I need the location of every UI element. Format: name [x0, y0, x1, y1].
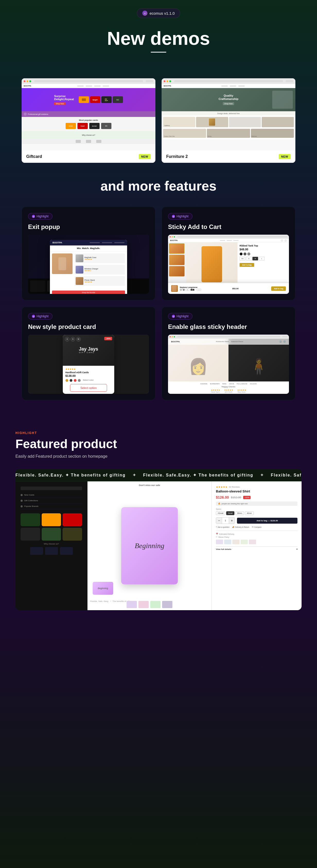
- sticky-cart-bar: Neptune Longsleeve XL M | 1 $52.00: [168, 283, 289, 294]
- fmr-stars: ★★★★★: [216, 486, 227, 488]
- glass-nav: BOOTPA Accessories Status Statement Piec…: [168, 339, 289, 345]
- giftcard-screenshot: BOOTPA SurpriseDelight.Repeat Shop Now: [22, 78, 155, 150]
- pcm-color-3[interactable]: [74, 379, 77, 382]
- fm-mini-card-6: [63, 528, 82, 540]
- fmr-qty-row: − 1 + Add to bag — $126.00: [216, 517, 297, 524]
- fmr-sale-tag: -20%: [243, 496, 251, 499]
- pcm-color-row: Select color: [65, 379, 112, 382]
- epm-prod-name-3: Phone Stand: [84, 279, 95, 281]
- feature-product-card[interactable]: e Highlight New style product card Jay J…: [22, 307, 155, 400]
- pay-icon-5: [249, 539, 256, 544]
- fmr-ask-link[interactable]: ? Ask a question: [216, 526, 230, 528]
- qty-plus-btn[interactable]: +: [229, 518, 235, 524]
- product-card-title: New style product card: [28, 323, 149, 331]
- glass-logo: BOOTPA: [171, 341, 180, 343]
- brand-burberry: BURBERRY: [210, 383, 220, 384]
- brand-crcn: CRCN: [229, 383, 234, 384]
- hero-section: New demos: [0, 23, 317, 78]
- pcm-color-4[interactable]: [78, 379, 81, 382]
- epm-cta-btn[interactable]: Shop the Bundle: [52, 290, 125, 294]
- pcm-size-m[interactable]: M: [76, 337, 81, 342]
- return-icon: ↩: [216, 536, 217, 538]
- epm-prod-img-3: [76, 277, 83, 285]
- dot-green: [29, 80, 31, 82]
- sticky-add-btn[interactable]: Add to bag: [240, 263, 254, 267]
- feature-exit-popup[interactable]: e Highlight Exit popup: [22, 207, 155, 300]
- brand-suense: SUENSE: [201, 383, 208, 384]
- demo-card-furniture[interactable]: BOOTPA QualityCraftsmanship Shop Now: [162, 78, 295, 163]
- pcm-card: Jay Jays Gift Card -20% X S M ★★★★★ Hard…: [63, 335, 114, 394]
- product-card-screenshot: Jay Jays Gift Card -20% X S M ★★★★★ Hard…: [28, 335, 149, 394]
- pcm-size-x[interactable]: X: [65, 337, 69, 342]
- fmr-guarantee-1: 📅 Estimated Delivery: [216, 533, 297, 535]
- exit-popup-screenshot: BOOTPA Mix. Match. MagSafe.: [28, 235, 149, 294]
- star-name-2: John Smith: [224, 391, 233, 393]
- glass-search-icon[interactable]: 🔍: [279, 340, 282, 343]
- exit-popup-modal: BOOTPA Mix. Match. MagSafe.: [50, 240, 127, 294]
- calendar-icon: 📅: [216, 533, 218, 535]
- fm-ticker-content: Flexible. Safe.Easy. ✦ The benefits of g…: [15, 473, 302, 477]
- giftcard-why: Why choose us?: [22, 131, 155, 139]
- fmr-add-btn[interactable]: Add to bag — $126.00: [237, 518, 297, 524]
- giftcard-label: Giftcard: [26, 154, 42, 159]
- fm-nav-items: New Cards Gift Collections Popular Brand…: [21, 492, 82, 509]
- pcm-color-1[interactable]: [65, 379, 68, 382]
- feature-glass-header[interactable]: e Highlight Enable glass sticky header 👩: [162, 307, 295, 400]
- epm-product-2: Wireless Charger ★★★★☆: [75, 265, 125, 275]
- highlight-icon-sticky: e: [172, 215, 175, 218]
- fmr-size-40mm[interactable]: 40mm: [245, 511, 253, 515]
- qty-value: 1: [222, 518, 229, 524]
- product-card-mock: Jay Jays Gift Card -20% X S M ★★★★★ Hard…: [28, 335, 149, 394]
- qty-minus-btn[interactable]: −: [216, 518, 222, 524]
- fmr-orig-price: $152.00: [231, 496, 241, 499]
- fmr-full-details[interactable]: View full details ▾: [216, 546, 297, 551]
- sticky-bar-add-btn[interactable]: Add to bag: [271, 286, 286, 291]
- sticky-bar-price: $52.00: [232, 287, 239, 290]
- fm-mini-thumb-2: [138, 601, 149, 608]
- furniture-label: Furniture 2: [166, 154, 188, 159]
- epm-stars-3: ★★★★★: [84, 281, 95, 283]
- epm-header: BOOTPA: [50, 240, 127, 245]
- furniture-screenshot: BOOTPA QualityCraftsmanship Shop Now: [162, 78, 295, 150]
- epm-product-3: Phone Stand ★★★★★: [75, 276, 125, 286]
- pcm-price: $138.00: [65, 374, 112, 377]
- fmr-delivery-link[interactable]: 🚚 Delivery & Return: [232, 526, 249, 528]
- sticky-product-title: Ribbed Tank Top: [240, 244, 287, 247]
- highlight-badge-sticky: e Highlight: [168, 213, 192, 220]
- pcm-gift-label: Gift Card: [79, 351, 98, 354]
- glass-cart-icon[interactable]: 🛒: [283, 340, 286, 343]
- feature-sticky-cart[interactable]: e Highlight Sticky Add to Cart BOOTPA: [162, 207, 295, 300]
- pay-icon-3: [232, 539, 240, 544]
- fm-center: Don't miss our sale Beginning Beginning …: [87, 482, 212, 610]
- fmr-size-xsmall[interactable]: XSmall: [216, 511, 225, 515]
- pcm-brand: Jay Jays: [79, 347, 98, 351]
- brand-nike: NIKE: [222, 383, 226, 384]
- epm-stars-1: ★★★★★: [84, 258, 96, 260]
- fm-left-sidebar: New Cards Gift Collections Popular Brand…: [15, 482, 87, 610]
- fmr-product-title: Balloon-sleeved Shirt: [216, 489, 297, 494]
- featured-title: Featured product: [15, 437, 302, 451]
- furniture-browser-mock: BOOTPA QualityCraftsmanship Shop Now: [162, 78, 295, 150]
- question-icon: ?: [216, 526, 217, 528]
- demo-card-giftcard[interactable]: BOOTPA SurpriseDelight.Repeat Shop Now: [22, 78, 155, 163]
- fm-mini-card-5: [42, 528, 61, 540]
- dot-yellow: [27, 80, 28, 82]
- pcm-color-2[interactable]: [69, 379, 73, 382]
- giftcard-popular: Most popular cards amzn target jay jays …: [22, 117, 155, 131]
- sticky-cart-screenshot: BOOTPA: [168, 235, 289, 294]
- fm-why-text: Why choose us?: [21, 543, 82, 545]
- pcm-size-s[interactable]: S: [71, 337, 75, 342]
- exit-popup-title: Exit popup: [28, 223, 149, 230]
- fmr-size-small[interactable]: Small: [226, 511, 235, 515]
- fm-right-panel: ★★★★★ 62 Reviews Balloon-sleeved Shirt $…: [212, 482, 302, 610]
- fmr-compare-link[interactable]: ⚖ Compare: [252, 526, 262, 528]
- giftcard-browser-mock: BOOTPA SurpriseDelight.Repeat Shop Now: [22, 78, 155, 150]
- featured-subtitle: Easily add Featured product section on h…: [15, 454, 302, 459]
- fm-nav-item-2: Gift Collections: [21, 498, 82, 503]
- fmr-size-30mm[interactable]: 30mm: [236, 511, 244, 515]
- fm-mini-card-1: [21, 513, 40, 526]
- glass-header-title: Enable glass sticky header: [168, 323, 289, 331]
- glass-nav-accessories: Accessories Status: [216, 341, 229, 342]
- select-option-button[interactable]: Select option: [70, 384, 107, 392]
- giftcard-footer: Giftcard NEW: [22, 150, 155, 163]
